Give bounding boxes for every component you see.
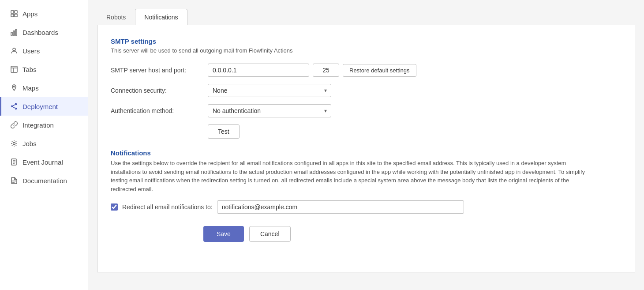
sidebar: Apps Dashboards Users Tabs M xyxy=(0,0,88,290)
svg-rect-3 xyxy=(15,14,17,17)
auth-method-select-wrapper: No authentication Plain Login CRAM-MD5 ▾ xyxy=(208,104,331,117)
svg-point-12 xyxy=(15,104,17,105)
tab-notifications[interactable]: Notifications xyxy=(135,9,187,25)
sidebar-item-integration[interactable]: Integration xyxy=(0,116,88,134)
user-icon xyxy=(10,47,18,55)
sidebar-item-tabs-label: Tabs xyxy=(22,66,37,73)
svg-point-17 xyxy=(13,143,15,145)
test-row: Test xyxy=(208,124,622,139)
sidebar-item-apps-label: Apps xyxy=(22,10,37,18)
sidebar-item-users[interactable]: Users xyxy=(0,41,88,60)
sidebar-item-deployment[interactable]: Deployment xyxy=(0,97,88,116)
sidebar-item-jobs[interactable]: Jobs xyxy=(0,134,88,153)
tab-bar: Robots Notifications xyxy=(97,9,635,25)
restore-defaults-button[interactable]: Restore default settings xyxy=(343,64,416,77)
sidebar-item-users-label: Users xyxy=(22,47,40,55)
connection-security-select[interactable]: None SSL/TLS STARTTLS xyxy=(208,84,331,97)
tab-robots[interactable]: Robots xyxy=(97,9,135,25)
sidebar-item-dashboards[interactable]: Dashboards xyxy=(0,23,88,41)
connection-security-label: Connection security: xyxy=(111,87,203,94)
sidebar-item-maps-label: Maps xyxy=(22,84,39,92)
action-buttons: Save Cancel xyxy=(203,226,622,242)
book-icon xyxy=(10,158,18,166)
smtp-host-label: SMTP server host and port: xyxy=(111,67,203,74)
test-button[interactable]: Test xyxy=(208,124,240,139)
redirect-label: Redirect all email notifications to: xyxy=(122,203,213,211)
sidebar-item-jobs-label: Jobs xyxy=(22,140,37,147)
auth-method-label: Authentication method: xyxy=(111,107,203,114)
svg-point-7 xyxy=(13,48,15,51)
auth-method-select[interactable]: No authentication Plain Login CRAM-MD5 xyxy=(208,104,331,117)
sidebar-item-integration-label: Integration xyxy=(22,121,54,129)
svg-rect-4 xyxy=(11,32,12,35)
sidebar-item-dashboards-label: Dashboards xyxy=(22,29,58,36)
svg-rect-1 xyxy=(15,11,17,13)
sidebar-item-documentation-label: Documentation xyxy=(22,177,67,185)
grid-icon xyxy=(10,10,18,18)
smtp-port-input[interactable] xyxy=(313,64,339,77)
svg-rect-2 xyxy=(11,14,14,17)
sidebar-item-deployment-label: Deployment xyxy=(22,103,58,110)
svg-rect-0 xyxy=(11,11,14,13)
bar-chart-icon xyxy=(10,28,18,36)
connection-security-select-wrapper: None SSL/TLS STARTTLS ▾ xyxy=(208,84,331,97)
notifications-section: Notifications Use the settings below to … xyxy=(111,149,622,242)
smtp-host-input[interactable] xyxy=(208,64,309,77)
share-icon xyxy=(10,102,18,110)
layout-icon xyxy=(10,65,18,73)
svg-line-16 xyxy=(12,107,15,108)
smtp-host-controls: Restore default settings xyxy=(208,64,416,77)
main-content: Robots Notifications SMTP settings This … xyxy=(88,0,644,290)
svg-point-11 xyxy=(14,86,15,87)
sidebar-item-maps[interactable]: Maps xyxy=(0,79,88,97)
redirect-checkbox[interactable] xyxy=(111,203,118,211)
redirect-email-input[interactable] xyxy=(217,200,464,214)
link-icon xyxy=(10,121,18,129)
auth-method-row: Authentication method: No authentication… xyxy=(111,104,622,117)
notifications-desc: Use the settings below to override the r… xyxy=(111,159,596,193)
cancel-button[interactable]: Cancel xyxy=(249,226,291,242)
sidebar-item-event-journal[interactable]: Event Journal xyxy=(0,153,88,171)
smtp-host-row: SMTP server host and port: Restore defau… xyxy=(111,64,622,77)
sidebar-item-apps[interactable]: Apps xyxy=(0,4,88,23)
svg-point-13 xyxy=(15,108,17,109)
settings-icon xyxy=(10,139,18,147)
file-text-icon xyxy=(10,177,18,185)
sidebar-item-documentation[interactable]: Documentation xyxy=(0,171,88,190)
svg-rect-8 xyxy=(11,66,17,72)
smtp-desc: This server will be used to send all out… xyxy=(111,47,622,54)
svg-line-15 xyxy=(12,105,15,106)
save-button[interactable]: Save xyxy=(203,226,244,242)
svg-point-14 xyxy=(11,106,13,107)
sidebar-item-tabs[interactable]: Tabs xyxy=(0,60,88,79)
map-pin-icon xyxy=(10,84,18,92)
svg-rect-5 xyxy=(13,31,15,35)
redirect-row: Redirect all email notifications to: xyxy=(111,200,622,214)
sidebar-item-event-journal-label: Event Journal xyxy=(22,158,63,166)
svg-rect-6 xyxy=(15,30,17,35)
notifications-title: Notifications xyxy=(111,149,622,157)
content-panel: SMTP settings This server will be used t… xyxy=(97,25,635,272)
smtp-title: SMTP settings xyxy=(111,38,622,45)
connection-security-row: Connection security: None SSL/TLS STARTT… xyxy=(111,84,622,97)
smtp-section: SMTP settings This server will be used t… xyxy=(111,38,622,139)
